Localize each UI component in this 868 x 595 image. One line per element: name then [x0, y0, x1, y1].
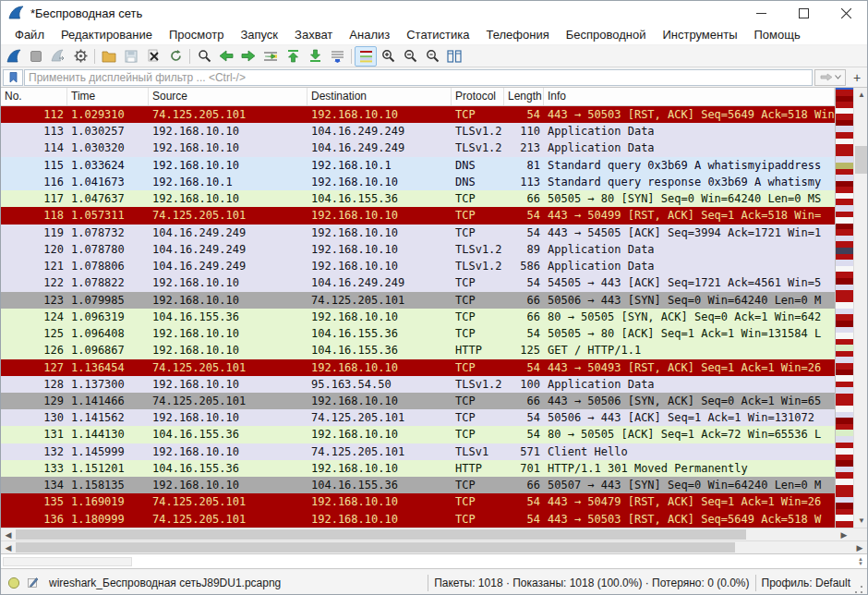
menu-item-2[interactable]: Редактирование	[53, 26, 161, 43]
packet-row[interactable]: 1341.158135192.168.10.10104.16.155.36TCP…	[1, 477, 835, 493]
packet-row[interactable]: 1141.030320192.168.10.10104.16.249.249TL…	[1, 140, 835, 156]
minimize-button[interactable]	[740, 1, 782, 25]
previous-packet-button[interactable]	[215, 46, 237, 67]
packet-row[interactable]: 1121.02931074.125.205.101192.168.10.10TC…	[1, 106, 835, 123]
open-file-button[interactable]	[98, 46, 120, 67]
packet-row[interactable]: 1171.047637192.168.10.10104.16.155.36TCP…	[1, 190, 835, 207]
packet-list-hscrollbar[interactable]: ◀ ▶	[1, 528, 867, 540]
start-capture-button[interactable]	[3, 46, 25, 67]
column-header-info[interactable]: Info	[544, 88, 835, 105]
minimap-stripe	[836, 90, 853, 96]
menu-item-10[interactable]: Инструменты	[654, 26, 745, 43]
display-filter-input[interactable]	[24, 69, 813, 86]
packet-row[interactable]: 1361.18099974.125.205.101192.168.10.10TC…	[1, 511, 835, 528]
packet-row[interactable]: 1351.16901974.125.205.101192.168.10.10TC…	[1, 493, 835, 510]
packet-row[interactable]: 1131.030257192.168.10.10104.16.249.249TL…	[1, 123, 835, 140]
hscroll2-thumb[interactable]	[16, 542, 735, 552]
packet-row[interactable]: 1191.078732104.16.249.249192.168.10.10TC…	[1, 225, 835, 241]
hscroll2-right-button[interactable]: ▶	[852, 541, 867, 553]
expert-info-button[interactable]	[5, 574, 23, 592]
hscroll-track[interactable]	[16, 528, 837, 540]
resize-grip[interactable]	[854, 585, 863, 594]
packet-row[interactable]: 1311.144130104.16.155.36192.168.10.10TCP…	[1, 426, 835, 443]
cell-no: 129	[1, 393, 67, 409]
hscroll2-track[interactable]	[16, 541, 852, 553]
filter-bookmark-button[interactable]	[3, 69, 23, 86]
packet-row[interactable]: 1301.141562192.168.10.1074.125.205.101TC…	[1, 409, 835, 426]
menu-item-8[interactable]: Телефония	[477, 26, 557, 43]
packet-row[interactable]: 1151.033624192.168.10.10192.168.10.1DNS8…	[1, 157, 835, 174]
scroll-up-button[interactable]: ▲	[854, 88, 868, 102]
auto-scroll-button[interactable]	[326, 46, 348, 67]
first-packet-button[interactable]	[282, 46, 304, 67]
menu-item-11[interactable]: Помощь	[746, 26, 809, 43]
cell-proto: DNS	[452, 174, 504, 190]
menu-item-1[interactable]: Файл	[6, 26, 53, 43]
hscroll-right-button[interactable]: ▶	[837, 528, 851, 540]
profile-label[interactable]: Профиль: Default	[762, 577, 851, 589]
find-packet-button[interactable]	[193, 46, 215, 67]
column-header-dst[interactable]: Destination	[307, 88, 452, 105]
close-file-button[interactable]	[142, 46, 164, 67]
packet-row[interactable]: 1321.145999192.168.10.1074.125.205.101TL…	[1, 443, 835, 460]
packet-row[interactable]: 1251.096408192.168.10.10104.16.155.36TCP…	[1, 325, 835, 342]
maximize-button[interactable]	[782, 1, 825, 25]
packet-row[interactable]: 1201.078780104.16.249.249192.168.10.10TL…	[1, 241, 835, 258]
menu-item-9[interactable]: Беспроводной	[558, 26, 655, 43]
collapsed-pane-strip[interactable]: ▲▼	[1, 553, 867, 568]
secondary-hscrollbar[interactable]: ◀ ▶	[1, 540, 867, 553]
vertical-scrollbar[interactable]: ▲ ▼	[853, 88, 868, 528]
capture-comment-button[interactable]	[23, 574, 42, 592]
toolbar-separator	[94, 49, 95, 64]
menu-item-4[interactable]: Запуск	[232, 26, 286, 43]
colorize-button[interactable]	[355, 46, 377, 67]
hscroll2-left-button[interactable]: ◀	[1, 541, 16, 553]
apply-filter-button[interactable]	[814, 69, 846, 86]
restart-capture-button[interactable]	[47, 46, 69, 67]
next-packet-button[interactable]	[237, 46, 259, 67]
save-file-button[interactable]	[120, 46, 142, 67]
stop-capture-button[interactable]	[25, 46, 47, 67]
menu-item-7[interactable]: Статистика	[398, 26, 477, 43]
hscroll-left-button[interactable]: ◀	[1, 528, 16, 540]
resize-columns-button[interactable]	[443, 46, 465, 67]
pane-spinner[interactable]: ▲▼	[858, 557, 863, 566]
go-to-packet-button[interactable]	[259, 46, 282, 67]
capture-options-button[interactable]	[69, 46, 91, 67]
packet-row[interactable]: 1181.05731174.125.205.101192.168.10.10TC…	[1, 207, 835, 224]
close-button[interactable]	[825, 1, 867, 25]
packet-row[interactable]: 1261.096867192.168.10.10104.16.155.36HTT…	[1, 342, 835, 358]
packet-row[interactable]: 1161.041673192.168.10.1192.168.10.10DNS1…	[1, 174, 835, 190]
packet-row[interactable]: 1281.137300192.168.10.1095.163.54.50TLSv…	[1, 376, 835, 393]
scroll-down-button[interactable]: ▼	[854, 514, 868, 528]
vertical-scroll-thumb[interactable]	[855, 146, 868, 174]
vertical-scroll-track[interactable]	[854, 102, 868, 514]
minimap-stripe	[836, 448, 853, 455]
cell-proto: TCP	[452, 409, 504, 426]
column-header-no[interactable]: No.	[1, 88, 67, 105]
menu-item-3[interactable]: Просмотр	[161, 26, 232, 43]
packet-row[interactable]: 1221.078822192.168.10.10104.16.249.249TC…	[1, 274, 835, 291]
add-filter-button[interactable]: +	[849, 69, 865, 86]
column-header-len[interactable]: Length	[504, 88, 544, 105]
column-header-proto[interactable]: Protocol	[452, 88, 504, 105]
packet-row[interactable]: 1211.078806104.16.249.249192.168.10.10TL…	[1, 258, 835, 274]
zoom-original-button[interactable]	[421, 46, 443, 67]
packet-row[interactable]: 1241.096319104.16.155.36192.168.10.10TCP…	[1, 309, 835, 325]
cell-info: GET / HTTP/1.1	[544, 342, 835, 358]
intelligent-scrollbar-minimap[interactable]	[835, 88, 853, 528]
cell-dst: 104.16.155.36	[307, 190, 452, 207]
reload-button[interactable]	[164, 46, 187, 67]
menu-item-6[interactable]: Анализ	[341, 26, 398, 43]
column-header-src[interactable]: Source	[149, 88, 307, 105]
zoom-out-button[interactable]	[399, 46, 421, 67]
hscroll-thumb[interactable]	[16, 529, 746, 540]
packet-row[interactable]: 1291.14146674.125.205.101192.168.10.10TC…	[1, 393, 835, 409]
packet-row[interactable]: 1231.079985192.168.10.1074.125.205.101TC…	[1, 292, 835, 309]
column-header-time[interactable]: Time	[67, 88, 149, 105]
packet-row[interactable]: 1271.13645474.125.205.101192.168.10.10TC…	[1, 359, 835, 376]
zoom-in-button[interactable]	[377, 46, 399, 67]
menu-item-5[interactable]: Захват	[286, 26, 341, 43]
packet-row[interactable]: 1331.151201104.16.155.36192.168.10.10HTT…	[1, 460, 835, 477]
last-packet-button[interactable]	[304, 46, 326, 67]
